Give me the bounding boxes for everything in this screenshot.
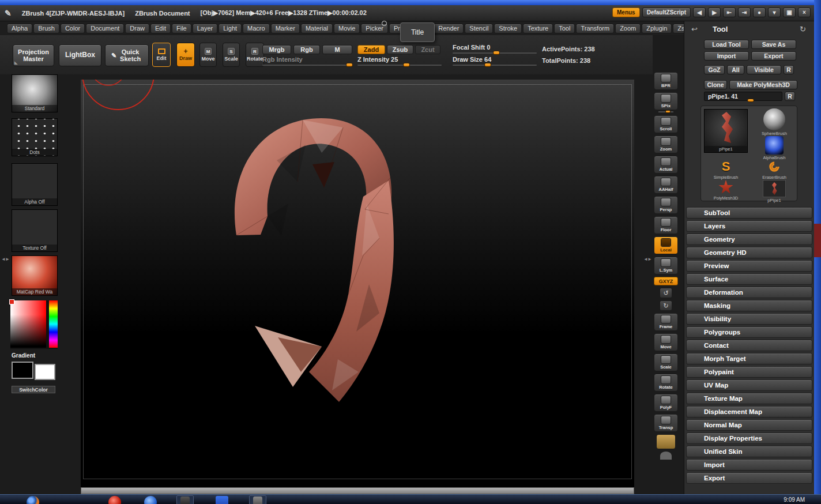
strip-persp-button[interactable]: Persp xyxy=(654,196,678,214)
gradient-label[interactable]: Gradient xyxy=(12,352,35,359)
media-player-icon[interactable] xyxy=(108,496,121,504)
section-polypaint[interactable]: Polypaint xyxy=(686,366,812,378)
color-picker[interactable] xyxy=(10,300,58,349)
strip-extra-button[interactable] xyxy=(656,434,676,449)
zadd-button[interactable]: Zadd xyxy=(357,45,385,54)
draw-mode-button[interactable]: + Draw xyxy=(176,43,195,67)
switch-color-button[interactable]: SwitchColor xyxy=(12,386,55,393)
lock-icon[interactable]: ● xyxy=(753,7,766,17)
palette-back-icon[interactable]: ↩ xyxy=(691,25,698,33)
strip-floor-button[interactable]: Floor xyxy=(654,216,678,234)
menu-stroke[interactable]: Stroke xyxy=(494,24,522,33)
default-zscript-button[interactable]: DefaultZScript xyxy=(642,7,691,17)
clone-button[interactable]: Clone xyxy=(704,80,727,89)
menu-document[interactable]: Document xyxy=(86,24,124,33)
tool-thumb-ppipe1[interactable]: pPipe1 xyxy=(754,180,794,203)
strip-rotate-button[interactable]: Rotate xyxy=(654,374,678,392)
current-brush-thumbnail[interactable]: Standard xyxy=(12,74,58,112)
section-surface[interactable]: Surface xyxy=(686,273,812,285)
spix-slider[interactable] xyxy=(658,111,673,112)
z-intensity-track[interactable] xyxy=(357,65,442,66)
canvas-scroll-strip[interactable] xyxy=(81,487,634,494)
left-divider-handle[interactable]: ◄► xyxy=(1,257,9,262)
dock-left-icon[interactable]: ⇤ xyxy=(723,7,736,17)
section-masking[interactable]: Masking xyxy=(686,300,812,311)
z-intensity-thumb[interactable] xyxy=(403,63,410,67)
section-export[interactable]: Export xyxy=(686,472,812,484)
restore-button[interactable]: ▣ xyxy=(783,7,796,17)
strip-polyf-button[interactable]: PolyF xyxy=(654,394,678,412)
section-uv-map[interactable]: UV Map xyxy=(686,379,812,391)
quick-sketch-button[interactable]: ✎ Quick Sketch xyxy=(105,44,149,66)
tool-thumb-alphabrush[interactable]: AlphaBrush xyxy=(754,136,794,160)
minimize-button[interactable]: ▾ xyxy=(768,7,781,17)
rgb-intensity-slider[interactable]: Rgb Intensity xyxy=(262,56,352,66)
draw-size-thumb[interactable] xyxy=(484,63,491,67)
all-button[interactable]: All xyxy=(727,65,744,74)
m-button[interactable]: M xyxy=(322,45,352,54)
strip-lsym-button[interactable]: L.Sym xyxy=(654,257,678,274)
menu-draw[interactable]: Draw xyxy=(125,24,149,33)
saturation-value-square[interactable] xyxy=(10,300,46,348)
strip-scale-button[interactable]: Scale xyxy=(654,353,678,371)
menu-file[interactable]: File xyxy=(172,24,191,33)
section-geometry[interactable]: Geometry xyxy=(686,234,812,245)
rotate-mode-button[interactable]: R Rotate xyxy=(246,43,264,67)
menus-toggle-button[interactable]: Menus xyxy=(612,7,640,17)
current-material-thumbnail[interactable]: MatCap Red Wa xyxy=(12,255,58,296)
spix-slider-thumb[interactable] xyxy=(665,110,671,113)
strip-gxyz-button[interactable]: GXYZ xyxy=(654,277,678,285)
menu-layer[interactable]: Layer xyxy=(193,24,218,33)
hue-strip[interactable] xyxy=(49,300,58,348)
menu-macro[interactable]: Macro xyxy=(243,24,270,33)
section-texture-map[interactable]: Texture Map xyxy=(686,393,812,404)
section-deformation[interactable]: Deformation xyxy=(686,287,812,298)
strip-aahalf-button[interactable]: AAHalf xyxy=(654,176,678,194)
strip-clipped-button[interactable] xyxy=(660,452,672,460)
edit-mode-button[interactable]: Edit xyxy=(152,43,171,67)
browser-icon[interactable] xyxy=(144,496,157,504)
scale-mode-button[interactable]: S Scale xyxy=(223,43,240,67)
menu-zoom[interactable]: Zoom xyxy=(615,24,641,33)
strip-spix-button[interactable]: SPix xyxy=(654,92,678,110)
section-polygroups[interactable]: Polygroups xyxy=(686,326,812,338)
section-unified-skin[interactable]: Unified Skin xyxy=(686,446,812,457)
zcut-button[interactable]: Zcut xyxy=(415,45,440,54)
section-contact[interactable]: Contact xyxy=(686,340,812,351)
rgb-button[interactable]: Rgb xyxy=(293,45,320,54)
section-visibility[interactable]: Visibility xyxy=(686,313,812,325)
app-window-button[interactable] xyxy=(249,495,266,504)
dock-right-icon[interactable]: ⇥ xyxy=(738,7,751,17)
rgb-intensity-thumb[interactable] xyxy=(346,63,353,67)
ear-model[interactable] xyxy=(225,111,409,417)
move-mode-button[interactable]: M Move xyxy=(199,43,217,67)
rgb-intensity-track[interactable] xyxy=(262,65,352,66)
tool-name-slider[interactable]: pPipe1. 41 xyxy=(704,92,782,101)
tool-thumb-simplebrush[interactable]: S SimpleBrush xyxy=(706,159,746,180)
draw-size-track[interactable] xyxy=(453,65,537,66)
close-button[interactable]: × xyxy=(798,7,811,17)
strip-actual-button[interactable]: Actual xyxy=(654,156,678,174)
section-import[interactable]: Import xyxy=(686,459,812,471)
section-normal-map[interactable]: Normal Map xyxy=(686,419,812,431)
zsub-button[interactable]: Zsub xyxy=(387,45,413,54)
load-tool-button[interactable]: Load Tool xyxy=(704,40,749,49)
strip-transp-button[interactable]: Transp xyxy=(654,414,678,432)
messenger-icon[interactable] xyxy=(216,496,228,504)
palette-refresh-icon[interactable]: ↻ xyxy=(800,25,806,33)
active-tool-thumbnail[interactable]: pPipe1 xyxy=(704,109,748,153)
current-texture-thumbnail[interactable]: Texture Off xyxy=(12,209,58,252)
strip-scroll-button[interactable]: Scroll xyxy=(654,115,678,133)
strip-frame-button[interactable]: Frame xyxy=(654,313,678,331)
menu-edit[interactable]: Edit xyxy=(150,24,171,33)
current-alpha-thumbnail[interactable]: Alpha Off xyxy=(12,163,58,206)
section-geometry-hd[interactable]: Geometry HD xyxy=(686,247,812,258)
strip-bpr-button[interactable]: BPR xyxy=(654,72,678,90)
menu-brush[interactable]: Brush xyxy=(33,24,59,33)
menu-light[interactable]: Light xyxy=(219,24,242,33)
mrgb-button[interactable]: Mrgb xyxy=(262,45,291,54)
scroll-left-icon[interactable]: ◀ xyxy=(693,7,706,17)
strip-move-button[interactable]: Move xyxy=(654,333,678,351)
menu-transform[interactable]: Transform xyxy=(576,24,614,33)
section-morph-target[interactable]: Morph Target xyxy=(686,353,812,364)
